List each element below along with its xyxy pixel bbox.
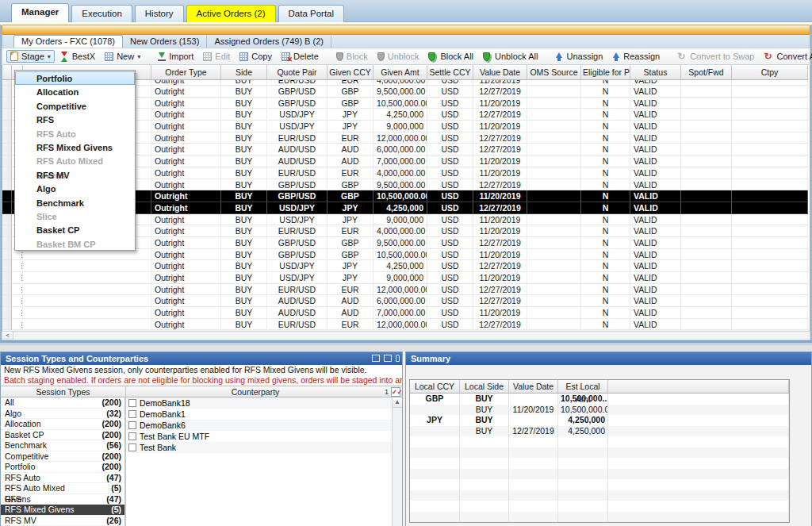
session-types-list[interactable]: All(200)Algo(32)Allocation(200)Basket CP… xyxy=(1,397,126,526)
grid-cell-givenccy: JPY xyxy=(327,202,373,214)
grid-column-header[interactable]: Order Type xyxy=(151,65,221,80)
grid-column-header[interactable]: OMS Source xyxy=(527,65,581,80)
session-type-rfs-mixed-givens[interactable]: RFS Mixed Givens(5) xyxy=(1,505,124,516)
session-type-benchmark[interactable]: Benchmark(56) xyxy=(1,440,124,451)
float-window-icon[interactable] xyxy=(372,355,380,362)
summary-cell xyxy=(410,469,460,480)
sub-tab-new-orders-153[interactable]: New Orders (153) xyxy=(123,36,207,48)
grid-cell-spotfwd xyxy=(681,237,732,249)
menu-item-rfs-mv[interactable]: RFS MV xyxy=(15,168,135,182)
table-row[interactable]: OutrightBUYAUD/USDAUD7,000,000.00USD11/2… xyxy=(2,307,810,319)
grid-column-header[interactable]: Quote Pair xyxy=(267,65,327,80)
unblock-all-button[interactable]: Unblock All xyxy=(479,50,542,63)
sub-tab-assigned-orders-749-b-2[interactable]: Assigned Orders (749) B (2) xyxy=(207,36,331,48)
counterparty-row[interactable]: Test Bank EU MTF xyxy=(126,431,392,442)
grid-cell-rh xyxy=(2,132,12,144)
table-row[interactable]: OutrightBUYEUR/USDEUR12,000,000.00USD12/… xyxy=(2,319,810,331)
grid-column-header[interactable]: Spot/Fwd xyxy=(681,65,732,80)
grid-cell-valuedate: 12/27/2019 xyxy=(473,284,527,296)
menu-item-basket-cp[interactable]: Basket CP xyxy=(15,223,135,236)
grid-cell-givenamt: 6,000,000.00 xyxy=(373,295,427,307)
session-type-algo[interactable]: Algo(32) xyxy=(1,409,124,420)
counterparty-checkbox[interactable] xyxy=(128,399,136,407)
copy-button[interactable]: Copy xyxy=(236,50,276,63)
new-button[interactable]: New▾ xyxy=(101,50,144,63)
counterparty-checkbox[interactable] xyxy=(128,443,136,451)
unassign-button[interactable]: Unassign xyxy=(551,50,607,63)
table-row[interactable]: OutrightBUYEUR/USDEUR12,000,000.00USD12/… xyxy=(2,284,810,296)
grid-column-header[interactable]: Eligible for Par xyxy=(581,65,630,80)
horizontal-splitter[interactable] xyxy=(0,340,812,351)
counterparty-checkbox[interactable] xyxy=(128,421,136,429)
grid-cell-givenamt: 4,000,000.00 xyxy=(373,167,427,179)
stage-button[interactable]: Stage▾ xyxy=(6,50,55,63)
session-type-all[interactable]: All(200) xyxy=(1,397,124,409)
counterparty-row[interactable]: DemoBank6 xyxy=(126,420,392,431)
scroll-left-button[interactable]: < xyxy=(2,332,13,340)
session-type-basket-cp[interactable]: Basket CP(200) xyxy=(1,430,124,441)
reassign-button[interactable]: Reassign xyxy=(608,50,664,63)
grid-cell-ordertype: Outright xyxy=(151,237,221,249)
counterparty-row[interactable]: DemoBank1 xyxy=(126,409,392,420)
menu-item-portfolio[interactable]: Portfolio xyxy=(15,71,135,85)
counterparty-scrollbar[interactable]: ▲ xyxy=(392,397,402,526)
grid-cell-quotepair: USD/JPY xyxy=(267,272,327,284)
select-all-checkbox-icon[interactable]: ✓✓ xyxy=(391,387,400,397)
counterparty-checkbox[interactable] xyxy=(128,432,136,440)
counterparty-list[interactable]: DemoBank18DemoBank1DemoBank6Test Bank EU… xyxy=(126,397,392,526)
menu-item-rfs-mixed-givens[interactable]: RFS Mixed Givens xyxy=(15,140,135,154)
counterparty-row[interactable]: Test Bank xyxy=(126,442,392,453)
table-row[interactable]: OutrightBUYAUD/USDAUD6,000,000.00USD12/2… xyxy=(2,295,810,307)
convert-to-swap-button: ↻Convert to Swap xyxy=(673,50,758,63)
grid-column-header[interactable]: Status xyxy=(630,65,681,80)
delete-grid-icon xyxy=(282,52,290,61)
session-type-name: Competitive xyxy=(1,451,93,462)
top-tab-data-portal[interactable]: Data Portal xyxy=(278,5,345,22)
pin-window-icon[interactable] xyxy=(396,355,400,362)
grid-cell-ctpy xyxy=(732,249,808,261)
grid-column-header[interactable]: Ctpy xyxy=(732,65,808,80)
session-type-rfs-mv[interactable]: RFS MV(26) xyxy=(1,516,124,526)
session-type-rfs-auto-mixed-givens[interactable]: RFS Auto Mixed Givens(5) xyxy=(1,483,124,494)
session-type-competitive[interactable]: Competitive(200) xyxy=(1,451,124,463)
import-button[interactable]: Import xyxy=(154,50,197,63)
block-all-button[interactable]: Block All xyxy=(424,50,477,63)
summary-column-header: Est Local Amt xyxy=(558,380,608,393)
grid-cell-givenamt: 4,000,000.00 xyxy=(373,225,427,237)
sub-tab-my-orders-fxc-1078[interactable]: My Orders - FXC (1078) xyxy=(13,35,123,48)
menu-item-algo[interactable]: Algo xyxy=(15,182,135,195)
grid-horizontal-scrollbar[interactable]: < xyxy=(2,331,810,340)
table-row[interactable]: OutrightBUYUSD/JPYJPY4,250,000USD12/27/2… xyxy=(2,260,810,272)
menu-item-competitive[interactable]: Competitive xyxy=(15,99,135,113)
grid-column-header[interactable]: Given Amt xyxy=(373,65,427,80)
counterparty-row[interactable]: DemoBank18 xyxy=(126,397,392,409)
grid-column-header[interactable]: Given CCY xyxy=(327,65,373,80)
top-tab-manager[interactable]: Manager xyxy=(11,3,69,22)
session-type-rfs[interactable]: RFS(47) xyxy=(1,494,124,505)
grid-cell-eligible: N xyxy=(581,132,630,144)
grid-column-header[interactable]: Settle CCY xyxy=(427,65,473,80)
convert-all-to-swaps-button[interactable]: ↻Convert ALL to Swaps xyxy=(760,50,812,63)
grid-column-header[interactable]: Value Date xyxy=(473,65,527,80)
menu-item-rfs[interactable]: RFS xyxy=(15,113,135,126)
maximize-window-icon[interactable] xyxy=(384,355,392,362)
summary-row xyxy=(410,447,789,459)
menu-item-benchmark[interactable]: Benchmark xyxy=(15,196,135,209)
session-type-rfs-auto[interactable]: RFS Auto(47) xyxy=(1,473,124,484)
delete-button[interactable]: Delete xyxy=(278,50,323,63)
top-tab-active-orders-2[interactable]: Active Orders (2) xyxy=(186,5,276,22)
session-type-allocation[interactable]: Allocation(200) xyxy=(1,419,124,430)
counterparty-checkbox[interactable] xyxy=(128,410,136,418)
grid-cell-givenamt: 4,250,000 xyxy=(373,202,427,214)
table-row[interactable]: OutrightBUYUSD/JPYJPY9,000,000USD11/20/2… xyxy=(2,272,810,284)
grid-cell-givenamt: 10,500,000.00 xyxy=(373,98,427,109)
bestx-button[interactable]: BestX xyxy=(56,50,99,63)
grid-cell-valuedate: 12/27/2019 xyxy=(473,132,527,144)
grid-column-header[interactable]: Side xyxy=(221,65,267,80)
top-tab-execution[interactable]: Execution xyxy=(71,5,132,22)
grid-cell-spotfwd xyxy=(681,179,732,191)
menu-item-allocation[interactable]: Allocation xyxy=(15,85,135,98)
session-type-portfolio[interactable]: Portfolio(200) xyxy=(1,462,124,473)
scroll-up-icon[interactable]: ▲ xyxy=(393,397,402,408)
top-tab-history[interactable]: History xyxy=(135,5,184,22)
